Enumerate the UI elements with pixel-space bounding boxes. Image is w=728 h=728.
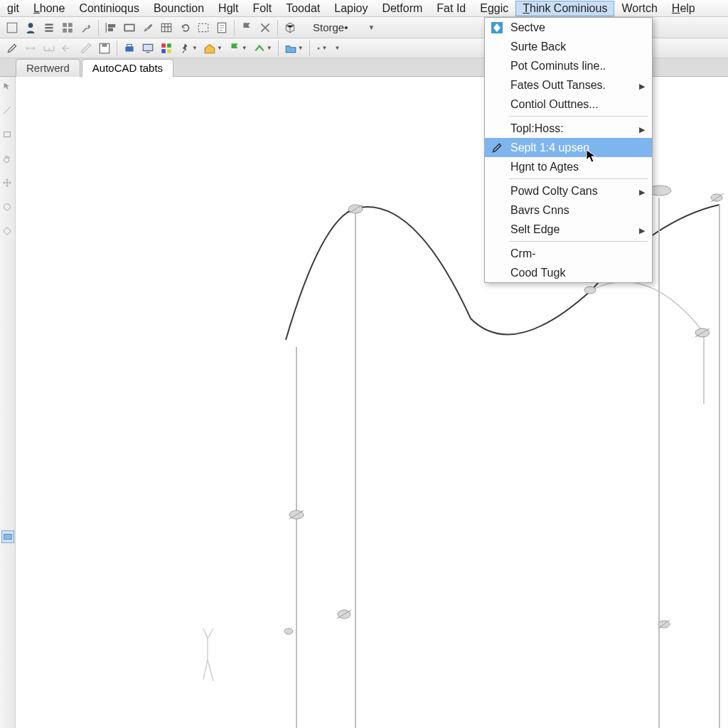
palette-icon[interactable] <box>158 40 175 57</box>
chevron-down-icon[interactable]: ▼ <box>322 45 328 51</box>
save-icon[interactable] <box>96 40 113 57</box>
undo-icon[interactable] <box>59 40 76 57</box>
pin-icon[interactable] <box>176 40 193 57</box>
menu-item-surte-back[interactable]: Surte Back <box>485 37 652 56</box>
menu-item-cood-tugk[interactable]: Cood Tugk <box>485 263 652 282</box>
cross-tools-icon[interactable] <box>257 19 274 36</box>
wrench-icon[interactable] <box>77 19 95 36</box>
tool-move-icon[interactable] <box>2 178 14 189</box>
menu-lhone[interactable]: Lhone <box>26 1 73 16</box>
monitor-icon[interactable] <box>139 40 156 57</box>
flag-green-icon[interactable] <box>226 40 243 57</box>
diamond-blue-icon <box>489 20 505 36</box>
brush-icon[interactable] <box>139 19 156 36</box>
print-blue-icon[interactable] <box>121 40 138 57</box>
menu-item-crm[interactable]: Crm- <box>485 244 652 263</box>
table-icon[interactable] <box>158 19 175 36</box>
tool-arrow-icon[interactable] <box>2 81 14 92</box>
chevron-down-icon[interactable]: ▼ <box>242 45 247 51</box>
list-icon[interactable] <box>41 19 58 36</box>
menu-item-label: Hgnt to Agtes <box>510 161 579 173</box>
mouse-cursor-icon <box>586 149 597 166</box>
menu-separator <box>509 178 648 179</box>
svg-point-34 <box>284 628 293 634</box>
menu-wortch[interactable]: Wortch <box>614 1 664 16</box>
menu-item-label: Topl:Hoss: <box>510 122 564 135</box>
svg-rect-22 <box>4 535 11 540</box>
home-icon[interactable] <box>201 40 218 57</box>
menu-fat-id[interactable]: Fat Id <box>429 1 473 16</box>
chevron-down-icon[interactable]: ▼ <box>335 45 341 51</box>
grid-icon[interactable] <box>59 19 76 36</box>
chevron-up-green-icon[interactable] <box>251 40 268 57</box>
menu-item-contiol-outtnes[interactable]: Contiol Outtnes... <box>485 95 652 114</box>
measure-icon[interactable] <box>77 40 95 57</box>
align-left-icon[interactable] <box>102 19 119 36</box>
menu-item-topl-hoss[interactable]: Topl:Hoss:▶ <box>485 119 652 138</box>
menu-continioqus[interactable]: Continioqus <box>72 1 146 16</box>
folder-icon[interactable] <box>282 40 299 57</box>
toolbar-separator <box>234 20 235 36</box>
dashed-rect-icon[interactable] <box>195 19 212 36</box>
storage-combo[interactable]: Storge• ▼ <box>305 20 380 36</box>
svg-rect-3 <box>68 23 73 27</box>
svg-point-1 <box>28 23 33 28</box>
dim-baseline-icon[interactable] <box>41 40 58 57</box>
menu-item-label: Pot Cominuts line.. <box>510 60 606 73</box>
tool-selected-icon[interactable] <box>1 530 14 543</box>
rotate-ccw-icon[interactable] <box>176 19 193 36</box>
tool-diamond-icon[interactable] <box>2 226 14 237</box>
menu-git[interactable]: git <box>0 1 26 16</box>
menu-item-label: Surte Back <box>510 41 566 53</box>
menu-item-powd-colty-cans[interactable]: Powd Colty Cans▶ <box>485 181 652 200</box>
menu-item-fates-outt-tanses[interactable]: Fates Outt Tanses.▶ <box>485 75 652 95</box>
menu-folt[interactable]: Folt <box>246 1 279 16</box>
svg-rect-14 <box>143 44 153 50</box>
svg-rect-5 <box>68 28 73 33</box>
svg-rect-18 <box>167 49 171 53</box>
person-icon[interactable] <box>22 19 39 36</box>
tool-circle-icon[interactable] <box>2 202 14 213</box>
menu-eggic[interactable]: Eggic <box>473 1 515 16</box>
chevron-down-icon[interactable]: ▼ <box>217 45 223 51</box>
tool-hand-icon[interactable] <box>2 154 14 165</box>
menu-item-seplt-upsen[interactable]: Seplt 1:4 upsen <box>485 138 652 157</box>
tab-rertwerd[interactable]: Rertwerd <box>16 59 80 77</box>
menu-toodat[interactable]: Toodat <box>279 1 327 16</box>
dim-horizontal-icon[interactable] <box>22 40 39 57</box>
menu-item-selt-edge[interactable]: Selt Edge▶ <box>485 220 652 239</box>
storage-combo-label: Storge• <box>313 21 348 33</box>
rectangle-icon[interactable] <box>121 19 138 36</box>
svg-rect-0 <box>7 23 17 33</box>
pencil-icon[interactable] <box>4 40 21 57</box>
chevron-down-icon[interactable]: ▼ <box>192 45 198 51</box>
menu-detform[interactable]: Detform <box>375 1 429 16</box>
svg-rect-15 <box>161 43 166 48</box>
menu-item-hgnt-to-agtes[interactable]: Hgnt to Agtes <box>485 157 652 176</box>
tab-autocad-tabts[interactable]: AutoCAD tabts <box>82 59 173 77</box>
menu-item-sectve[interactable]: Sectve <box>485 18 652 37</box>
chevron-down-icon[interactable]: ▼ <box>267 45 272 51</box>
page-icon[interactable] <box>213 19 230 36</box>
tool-generic-icon[interactable] <box>4 19 21 36</box>
svg-rect-13 <box>127 44 132 46</box>
menu-hglt[interactable]: Hglt <box>211 1 245 16</box>
svg-rect-12 <box>125 46 133 51</box>
menu-item-label: Powd Colty Cans <box>510 185 598 198</box>
menu-think-cominious[interactable]: Think Cominious <box>515 1 614 16</box>
menu-item-bavrs-cnns[interactable]: Bavrs Cnns <box>485 200 652 220</box>
menu-item-label: Crm- <box>510 247 536 260</box>
menu-lapioy[interactable]: Lapioy <box>327 1 375 16</box>
menu-help[interactable]: Help <box>665 1 702 16</box>
chevron-down-icon[interactable]: ▼ <box>298 45 304 51</box>
svg-rect-16 <box>167 43 171 48</box>
flag-icon[interactable] <box>238 19 255 36</box>
tool-rect-icon[interactable] <box>2 129 14 141</box>
left-toolbox <box>0 77 16 728</box>
submenu-arrow-icon: ▶ <box>639 82 645 91</box>
menu-item-pot-cominuts-line[interactable]: Pot Cominuts line.. <box>485 56 652 75</box>
svg-point-21 <box>4 204 10 210</box>
cube-icon[interactable] <box>282 19 299 36</box>
menu-bounction[interactable]: Bounction <box>146 1 211 16</box>
tool-line-icon[interactable] <box>2 105 14 117</box>
